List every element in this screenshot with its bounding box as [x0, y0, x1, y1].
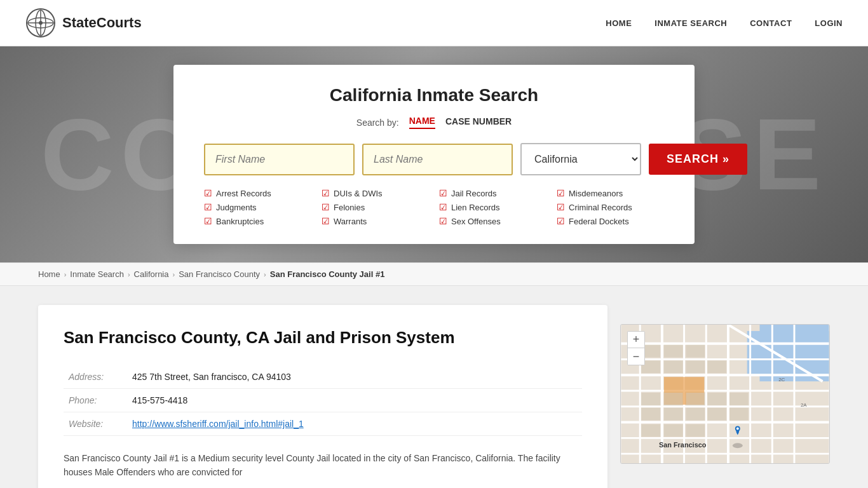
map-box: + − — [620, 324, 830, 464]
check-label-warrants: Warrants — [334, 217, 367, 226]
check-federal-dockets: ☑ Federal Dockets — [557, 216, 664, 226]
nav-item-contact[interactable]: CONTACT — [750, 17, 792, 29]
breadcrumb: Home › Inmate Search › California › San … — [0, 262, 868, 286]
check-icon-warrants: ☑ — [322, 216, 330, 226]
svg-rect-44 — [707, 408, 726, 421]
svg-rect-43 — [686, 408, 705, 421]
svg-rect-41 — [641, 408, 660, 421]
search-by-row: Search by: NAME CASE NUMBER — [204, 116, 664, 129]
breadcrumb-sep-1: › — [64, 271, 67, 278]
hero-section: COURTHOUSE California Inmate Search Sear… — [0, 46, 868, 262]
description-text: San Francisco County Jail #1 is a Medium… — [64, 451, 582, 480]
svg-rect-47 — [664, 424, 683, 437]
address-label: Address: — [64, 365, 127, 389]
state-select[interactable]: California — [520, 143, 641, 175]
info-table: Address: 425 7th Street, San francisco, … — [64, 365, 582, 436]
breadcrumb-home[interactable]: Home — [38, 269, 60, 279]
check-icon-misdemeanors: ☑ — [557, 188, 565, 198]
svg-text:2C: 2C — [778, 377, 785, 383]
breadcrumb-sf-county[interactable]: San Francisco County — [179, 269, 260, 279]
svg-rect-37 — [664, 393, 683, 405]
search-card: California Inmate Search Search by: NAME… — [173, 65, 695, 244]
check-lien-records: ☑ Lien Records — [439, 202, 546, 212]
breadcrumb-sep-3: › — [173, 271, 175, 278]
check-label-judgments: Judgments — [216, 203, 257, 212]
check-icon-federal: ☑ — [557, 216, 565, 226]
svg-rect-39 — [707, 393, 726, 405]
svg-text:2A: 2A — [801, 402, 807, 408]
tab-case-number[interactable]: CASE NUMBER — [445, 116, 512, 128]
last-name-input[interactable] — [362, 144, 513, 175]
nav-item-inmate-search[interactable]: INMATE SEARCH — [654, 17, 727, 29]
first-name-input[interactable] — [204, 144, 355, 175]
check-label-criminal: Criminal Records — [569, 203, 632, 212]
nav-links: HOME INMATE SEARCH CONTACT LOGIN — [606, 17, 843, 29]
map-zoom-in-button[interactable]: + — [628, 332, 644, 348]
breadcrumb-sep-4: › — [264, 271, 266, 278]
search-button[interactable]: SEARCH » — [649, 144, 747, 175]
nav-item-home[interactable]: HOME — [606, 17, 632, 29]
main-nav: HOME INMATE SEARCH CONTACT LOGIN — [606, 17, 843, 29]
check-label-misdemeanors: Misdemeanors — [569, 189, 623, 198]
logo-area: StateCourts — [25, 8, 142, 38]
checks-grid: ☑ Arrest Records ☑ DUIs & DWIs ☑ Jail Re… — [204, 188, 664, 226]
check-criminal-records: ☑ Criminal Records — [557, 202, 664, 212]
website-value: http://www.sfsheriff.com/jail_info.html#… — [127, 412, 582, 436]
map-svg: 2C 2A — [621, 325, 829, 463]
check-arrest-records: ☑ Arrest Records — [204, 188, 311, 198]
phone-row: Phone: 415-575-4418 — [64, 389, 582, 412]
check-jail-records: ☑ Jail Records — [439, 188, 546, 198]
logo-icon — [25, 8, 56, 38]
check-label-lien: Lien Records — [451, 203, 500, 212]
check-icon-lien: ☑ — [439, 202, 447, 212]
check-label-duis: DUIs & DWIs — [334, 189, 383, 198]
svg-rect-45 — [729, 408, 749, 421]
map-container: + − — [620, 324, 830, 464]
search-card-title: California Inmate Search — [204, 85, 664, 105]
svg-rect-31 — [686, 345, 705, 358]
svg-point-52 — [736, 428, 739, 430]
check-bankruptcies: ☑ Bankruptcies — [204, 216, 311, 226]
website-label: Website: — [64, 412, 127, 436]
check-label-federal: Federal Dockets — [569, 217, 629, 226]
svg-rect-46 — [641, 424, 660, 437]
search-by-label: Search by: — [356, 118, 399, 128]
svg-rect-36 — [641, 393, 660, 405]
website-link[interactable]: http://www.sfsheriff.com/jail_info.html#… — [132, 419, 304, 429]
check-icon-criminal: ☑ — [557, 202, 565, 212]
main-content: San Francisco County, CA Jail and Prison… — [0, 286, 868, 488]
svg-rect-48 — [686, 424, 705, 437]
check-judgments: ☑ Judgments — [204, 202, 311, 212]
check-label-felonies: Felonies — [334, 203, 365, 212]
check-icon-sex-offenses: ☑ — [439, 216, 447, 226]
phone-value: 415-575-4418 — [127, 389, 582, 412]
svg-rect-8 — [747, 331, 829, 375]
address-row: Address: 425 7th Street, San francisco, … — [64, 365, 582, 389]
svg-rect-30 — [664, 345, 683, 358]
check-felonies: ☑ Felonies — [322, 202, 429, 212]
svg-rect-33 — [664, 360, 683, 373]
breadcrumb-california[interactable]: California — [134, 269, 169, 279]
map-controls: + − — [627, 331, 645, 365]
website-row: Website: http://www.sfsheriff.com/jail_i… — [64, 412, 582, 436]
check-icon-felonies: ☑ — [322, 202, 330, 212]
map-zoom-out-button[interactable]: − — [628, 348, 644, 365]
svg-point-50 — [733, 443, 743, 448]
address-value: 425 7th Street, San francisco, CA 94103 — [127, 365, 582, 389]
site-header: StateCourts HOME INMATE SEARCH CONTACT L… — [0, 0, 868, 46]
check-label-sex-offenses: Sex Offenses — [451, 217, 501, 226]
check-icon-arrest: ☑ — [204, 188, 212, 198]
svg-rect-34 — [686, 360, 705, 373]
content-card: San Francisco County, CA Jail and Prison… — [38, 305, 607, 488]
check-icon-judgments: ☑ — [204, 202, 212, 212]
check-label-jail: Jail Records — [451, 189, 497, 198]
tab-name[interactable]: NAME — [409, 116, 435, 129]
phone-label: Phone: — [64, 389, 127, 412]
check-icon-jail: ☑ — [439, 188, 447, 198]
nav-item-login[interactable]: LOGIN — [815, 17, 843, 29]
svg-rect-35 — [707, 360, 726, 373]
logo-text: StateCourts — [62, 15, 142, 31]
svg-rect-42 — [664, 408, 683, 421]
check-duis: ☑ DUIs & DWIs — [322, 188, 429, 198]
breadcrumb-inmate-search[interactable]: Inmate Search — [70, 269, 124, 279]
